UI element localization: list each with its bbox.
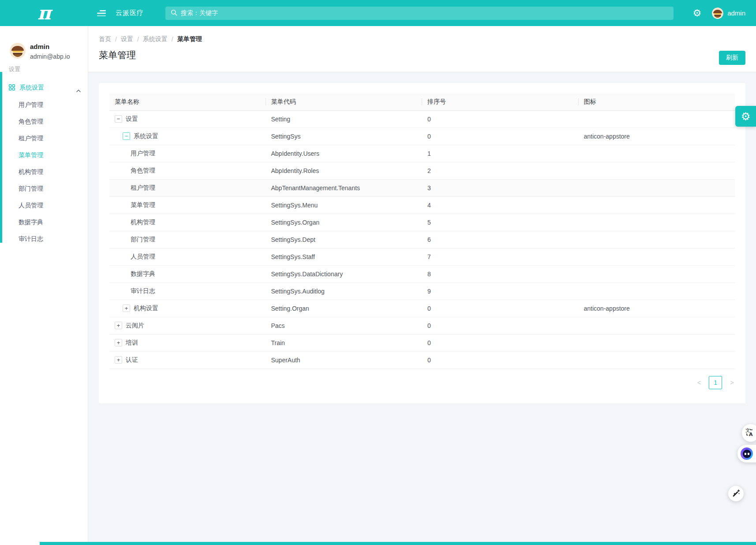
menu-name-text: 设置 xyxy=(126,115,138,123)
table-row: 用户管理AbpIdentity.Users1 xyxy=(109,145,735,162)
expand-toggle-icon[interactable]: + xyxy=(115,339,122,346)
icon-name-cell xyxy=(579,248,735,265)
sidebar-group-system-settings[interactable]: 系统设置 xyxy=(0,79,88,96)
pagination-next-icon[interactable]: > xyxy=(729,379,735,386)
sidebar-item-dept[interactable]: 部门管理 xyxy=(0,180,88,197)
logo-area: π xyxy=(0,4,88,23)
menu-name-cell: −系统设置 xyxy=(109,128,266,145)
table-row: 机构管理SettingSys.Organ5 xyxy=(109,214,735,231)
menu-name-cell: 角色管理 xyxy=(109,162,266,179)
breadcrumb-item-4: 菜单管理 xyxy=(177,35,202,43)
content-header: 首页/设置/系统设置/菜单管理 菜单管理 刷新 xyxy=(88,26,756,72)
menu-name-cell: 菜单管理 xyxy=(109,196,266,214)
sidebar-user-name: admin xyxy=(30,43,70,51)
menu-code-cell: SettingSys.DataDictionary xyxy=(266,265,423,282)
menu-table: 菜单名称菜单代码排序号图标 −设置Setting0−系统设置SettingSys… xyxy=(109,94,735,369)
breadcrumb-separator: / xyxy=(172,36,173,43)
sidebar-item-staff[interactable]: 人员管理 xyxy=(0,197,88,214)
menu-code-cell: SettingSys xyxy=(266,128,423,145)
topbar-username: admin xyxy=(727,9,745,17)
sidebar-item-auditlog[interactable]: 审计日志 xyxy=(0,230,88,247)
sort-number-cell: 1 xyxy=(422,145,579,162)
menu-code-cell: Setting xyxy=(266,110,423,128)
icon-name-cell xyxy=(579,351,735,368)
expand-toggle-icon[interactable]: + xyxy=(123,304,130,312)
sidebar-item-dictionary[interactable]: 数据字典 xyxy=(0,214,88,230)
translate-helper-button[interactable]: 文 A xyxy=(742,424,756,442)
breadcrumb-item-1[interactable]: 首页 xyxy=(99,35,111,43)
topbar-user-menu[interactable]: admin xyxy=(712,8,745,19)
pagination-page-1[interactable]: 1 xyxy=(709,376,722,389)
collapse-toggle-icon[interactable]: − xyxy=(115,115,122,123)
pagination-prev-icon[interactable]: < xyxy=(696,379,702,386)
menu-name-text: 用户管理 xyxy=(131,150,155,158)
user-avatar xyxy=(712,8,723,19)
sidebar-active-accent-bar xyxy=(0,72,2,243)
table-row: 人员管理SettingSys.Staff7 xyxy=(109,248,735,265)
menu-code-cell: Pacs xyxy=(266,317,423,334)
sidebar-section-label: 设置 xyxy=(9,65,88,73)
gear-icon: ⚙ xyxy=(741,110,751,123)
icon-name-cell xyxy=(579,317,735,334)
global-search-input[interactable]: 搜索：关键字 xyxy=(165,7,674,20)
topbar: π 云派医疗 搜索：关键字 ⚙ admin xyxy=(0,0,756,26)
sidebar-item-organ[interactable]: 机构管理 xyxy=(0,163,88,180)
breadcrumb-item-2[interactable]: 设置 xyxy=(121,35,133,43)
icon-name-cell xyxy=(579,110,735,128)
sidebar-item-tenants[interactable]: 租户管理 xyxy=(0,130,88,147)
menu-name-text: 云阅片 xyxy=(126,322,144,330)
sort-number-cell: 0 xyxy=(422,128,579,145)
sidebar-user-card[interactable]: admin admin@abp.io xyxy=(10,43,88,61)
table-row: +机构设置Setting.Organ0anticon-appstore xyxy=(109,300,735,317)
icon-name-cell xyxy=(579,231,735,248)
menu-code-cell: Train xyxy=(266,334,423,351)
sidebar-toggle-icon[interactable] xyxy=(97,9,107,17)
table-header-row: 菜单名称菜单代码排序号图标 xyxy=(109,94,735,110)
menu-table-card: 菜单名称菜单代码排序号图标 −设置Setting0−系统设置SettingSys… xyxy=(99,83,745,403)
menu-code-cell: SettingSys.Staff xyxy=(266,248,423,265)
magic-wand-icon xyxy=(732,489,741,499)
collapse-toggle-icon[interactable]: − xyxy=(123,132,130,140)
menu-name-text: 认证 xyxy=(126,356,138,364)
menu-name-text: 部门管理 xyxy=(131,236,155,244)
sort-number-cell: 4 xyxy=(422,196,579,214)
menu-name-cell: +云阅片 xyxy=(109,317,266,334)
appstore-icon xyxy=(9,84,15,92)
sort-number-cell: 0 xyxy=(422,300,579,317)
menu-name-cell: 部门管理 xyxy=(109,231,266,248)
ai-assistant-button[interactable] xyxy=(737,445,756,462)
menu-name-text: 机构管理 xyxy=(131,218,155,226)
magic-wand-button[interactable] xyxy=(728,486,744,501)
table-row: 菜单管理SettingSys.Menu4 xyxy=(109,196,735,214)
menu-name-text: 数据字典 xyxy=(131,270,155,278)
theme-settings-drawer-button[interactable]: ⚙ xyxy=(735,106,756,127)
sidebar-item-menu[interactable]: 菜单管理 xyxy=(0,147,88,163)
topbar-settings-gear-icon[interactable]: ⚙ xyxy=(692,8,701,18)
page-title: 菜单管理 xyxy=(99,49,756,61)
icon-name-cell xyxy=(579,145,735,162)
menu-name-cell: +培训 xyxy=(109,334,266,351)
app-logo-pi[interactable]: π xyxy=(37,4,51,23)
menu-name-text: 机构设置 xyxy=(134,304,158,312)
menu-name-cell: 用户管理 xyxy=(109,145,266,162)
menu-name-text: 租户管理 xyxy=(131,184,155,192)
sort-number-cell: 8 xyxy=(422,265,579,282)
menu-name-text: 审计日志 xyxy=(131,287,155,295)
sidebar-item-roles[interactable]: 角色管理 xyxy=(0,113,88,130)
sidebar-item-users[interactable]: 用户管理 xyxy=(0,96,88,113)
pagination: < 1 > xyxy=(109,376,735,389)
menu-code-cell: SettingSys.Dept xyxy=(266,231,423,248)
table-row: 部门管理SettingSys.Dept6 xyxy=(109,231,735,248)
sidebar-group-label: 系统设置 xyxy=(19,84,44,92)
menu-code-cell: SettingSys.Auditlog xyxy=(266,282,423,300)
expand-toggle-icon[interactable]: + xyxy=(115,356,122,364)
table-row: 租户管理AbpTenantManagement.Tenants3 xyxy=(109,179,735,196)
menu-code-cell: SettingSys.Organ xyxy=(266,214,423,231)
menu-name-cell: +认证 xyxy=(109,351,266,368)
sidebar-user-email: admin@abp.io xyxy=(30,52,70,61)
chevron-up-icon xyxy=(76,86,81,94)
menu-code-cell: AbpTenantManagement.Tenants xyxy=(266,179,423,196)
refresh-button[interactable]: 刷新 xyxy=(719,51,745,65)
expand-toggle-icon[interactable]: + xyxy=(115,322,122,329)
breadcrumb-item-3[interactable]: 系统设置 xyxy=(143,35,168,43)
